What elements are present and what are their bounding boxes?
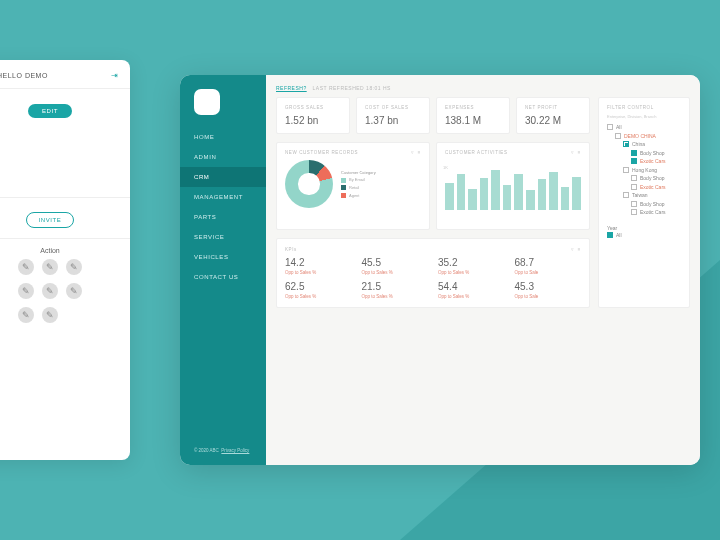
profile-header: HELLO DEMO ⇥ [0,60,130,89]
checkbox-icon[interactable] [631,201,637,207]
filter-icon[interactable]: ▿ [571,247,575,252]
legend-item: Retail [341,184,376,192]
checkbox-icon[interactable] [623,192,629,198]
sidebar-item-home[interactable]: HOME [180,127,266,147]
kpi-item: 45.3Opp to Sale [515,281,582,299]
kpi-item: 14.2Opp to Sales % [285,257,352,275]
stat-value: 138.1 M [445,115,501,126]
tree-node[interactable]: Body Shop [607,149,681,158]
kpi-sub: Opp to Sale [515,294,582,299]
filter-subtitle: Enterprise, Division, Branch [607,114,681,119]
checkbox-icon[interactable] [631,209,637,215]
tree-node[interactable]: Body Shop [607,174,681,183]
tree-node[interactable]: All [607,123,681,132]
profile-panel: HELLO DEMO ⇥ EDIT INVITE Action ✎ ✎ ✎ ✎ … [0,60,130,460]
pie-card: NEW CUSTOMER RECORDS ▿≡ Customer Categor… [276,142,430,230]
edit-button[interactable]: EDIT [28,104,72,118]
tree-node[interactable]: Exotic Cars [607,157,681,166]
stat-value: 30.22 M [525,115,581,126]
checkbox-icon[interactable] [615,133,621,139]
dashboard-panel: HOMEADMINCRMMANAGEMENTPARTSSERVICEVEHICL… [180,75,700,465]
legend-item: By Email [341,176,376,184]
stat-card: NET PROFIT30.22 M [516,97,590,134]
profile-title: HELLO DEMO [0,72,48,79]
kpi-value: 14.2 [285,257,352,268]
action-icon[interactable]: ✎ [42,283,58,299]
refresh-time: LAST REFRESHED 18:01 HS [313,85,391,91]
sidebar-item-admin[interactable]: ADMIN [180,147,266,167]
tree-node[interactable]: Hong Kong [607,166,681,175]
stat-label: NET PROFIT [525,105,581,110]
action-icon[interactable]: ✎ [18,283,34,299]
legend-item: Agent [341,192,376,200]
bar [503,185,512,210]
bar [468,189,477,210]
stat-value: 1.37 bn [365,115,421,126]
logout-icon[interactable]: ⇥ [111,71,118,80]
checkbox-icon[interactable] [623,141,629,147]
filter-icon[interactable]: ▿ [571,150,575,155]
sidebar-item-management[interactable]: MANAGEMENT [180,187,266,207]
kpi-value: 68.7 [515,257,582,268]
checkbox-icon[interactable] [623,167,629,173]
invite-button[interactable]: INVITE [26,212,75,228]
stat-card: GROSS SALES1.52 bn [276,97,350,134]
checkbox-icon[interactable] [607,124,613,130]
logo-icon[interactable] [194,89,220,115]
tree-node[interactable]: Taiwan [607,191,681,200]
action-icon[interactable]: ✎ [42,307,58,323]
sidebar-item-crm[interactable]: CRM [180,167,266,187]
tree-label: Taiwan [632,191,648,200]
card-title: NEW CUSTOMER RECORDS [285,150,358,155]
menu-icon[interactable]: ≡ [418,150,421,155]
bar [572,177,581,210]
bar-chart [445,160,581,210]
tree-label: Exotic Cars [640,208,666,217]
tree-node[interactable]: Exotic Cars [607,183,681,192]
tree-node[interactable]: Exotic Cars [607,208,681,217]
menu-icon[interactable]: ≡ [578,150,581,155]
stat-card: EXPENSES138.1 M [436,97,510,134]
menu-icon[interactable]: ≡ [578,247,581,252]
sidebar-item-parts[interactable]: PARTS [180,207,266,227]
action-header: Action [0,239,130,259]
tree-label: Hong Kong [632,166,657,175]
bar [445,183,454,210]
checkbox-icon[interactable] [631,158,637,164]
year-option[interactable]: All [607,231,681,240]
kpi-sub: Opp to Sales % [438,270,505,275]
tree-node[interactable]: China [607,140,681,149]
kpi-sub: Opp to Sale [515,270,582,275]
tree-node[interactable]: Body Shop [607,200,681,209]
checkbox-icon[interactable] [631,150,637,156]
kpi-sub: Opp to Sales % [285,294,352,299]
tree-node[interactable]: DEMO CHINA [607,132,681,141]
sidebar-item-service[interactable]: SERVICE [180,227,266,247]
action-icon[interactable]: ✎ [66,283,82,299]
action-icon[interactable]: ✎ [18,259,34,275]
kpi-value: 45.5 [362,257,429,268]
kpi-value: 62.5 [285,281,352,292]
filter-icon[interactable]: ▿ [411,150,415,155]
refresh-link[interactable]: REFRESH? [276,85,307,91]
kpi-item: 68.7Opp to Sale [515,257,582,275]
sidebar-item-vehicles[interactable]: VEHICLES [180,247,266,267]
checkbox-icon[interactable] [631,184,637,190]
stat-label: GROSS SALES [285,105,341,110]
tree-label: China [632,140,645,149]
tree-label: Body Shop [640,200,664,209]
tree-label: Body Shop [640,149,664,158]
refresh-row: REFRESH? LAST REFRESHED 18:01 HS [276,85,690,91]
kpi-item: 35.2Opp to Sales % [438,257,505,275]
tree-label: Exotic Cars [640,183,666,192]
content-area: HE REFRESH? LAST REFRESHED 18:01 HS GROS… [266,75,700,465]
action-icon[interactable]: ✎ [42,259,58,275]
action-icon[interactable]: ✎ [66,259,82,275]
action-icon[interactable]: ✎ [18,307,34,323]
bar [480,178,489,210]
tree-label: Body Shop [640,174,664,183]
sidebar-item-contact-us[interactable]: CONTACT US [180,267,266,287]
checkbox-icon[interactable] [631,175,637,181]
kpi-sub: Opp to Sales % [285,270,352,275]
privacy-link[interactable]: Privacy Policy [221,448,249,453]
